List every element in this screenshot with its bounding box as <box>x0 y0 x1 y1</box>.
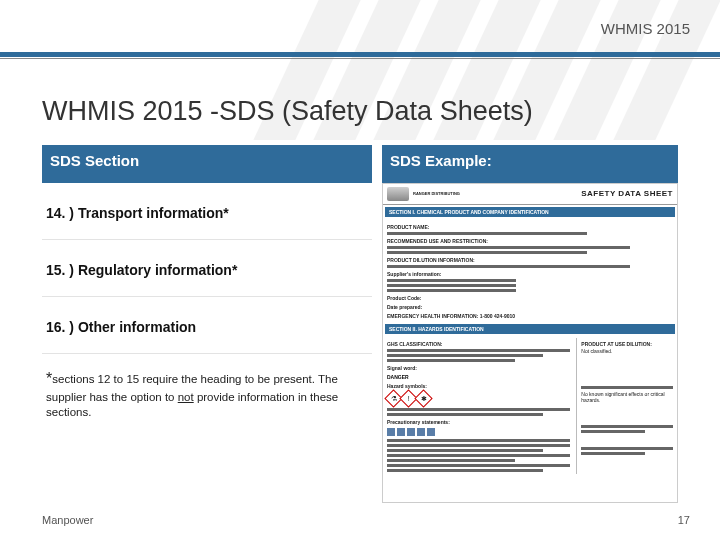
sds-section-item: 15. ) Regulatory information* <box>42 240 372 297</box>
sds-brand: RANGER DISTRIBUTING <box>413 192 577 197</box>
slide-footer: Manpower 17 <box>42 514 690 526</box>
ppe-icon <box>417 428 425 436</box>
left-column-header: SDS Section <box>42 145 372 183</box>
right-column-header: SDS Example: <box>382 145 678 183</box>
header-divider <box>0 52 720 57</box>
sds-section-item: 14. ) Transport information* <box>42 183 372 240</box>
slide-title: WHMIS 2015 -SDS (Safety Data Sheets) <box>42 96 720 127</box>
ghs-pictograms: ⚗ ! ✱ <box>387 392 570 405</box>
sds-logo <box>387 187 409 201</box>
health-hazard-pictogram-icon: ✱ <box>414 389 432 407</box>
sds-doc-title: SAFETY DATA SHEET <box>581 189 673 199</box>
ppe-icon <box>397 428 405 436</box>
sds-section1-header: SECTION I. CHEMICAL PRODUCT AND COMPANY … <box>385 207 675 217</box>
sds-section-item: 16. ) Other information <box>42 297 372 354</box>
sds-example-column: SDS Example: RANGER DISTRIBUTING SAFETY … <box>382 145 678 503</box>
footer-brand: Manpower <box>42 514 93 526</box>
sds-section-column: SDS Section 14. ) Transport information*… <box>42 145 372 503</box>
sds-document-preview: RANGER DISTRIBUTING SAFETY DATA SHEET SE… <box>382 183 678 503</box>
ppe-icon <box>427 428 435 436</box>
header-label: WHMIS 2015 <box>601 20 690 37</box>
slide-header: WHMIS 2015 <box>0 0 720 58</box>
ppe-icon <box>407 428 415 436</box>
content-row: SDS Section 14. ) Transport information*… <box>42 145 678 503</box>
footnote: *sections 12 to 15 require the heading t… <box>42 354 372 421</box>
sds-section2-header: SECTION II. HAZARDS IDENTIFICATION <box>385 324 675 334</box>
page-number: 17 <box>678 514 690 526</box>
ppe-icon <box>387 428 395 436</box>
ppe-icons <box>387 428 570 436</box>
